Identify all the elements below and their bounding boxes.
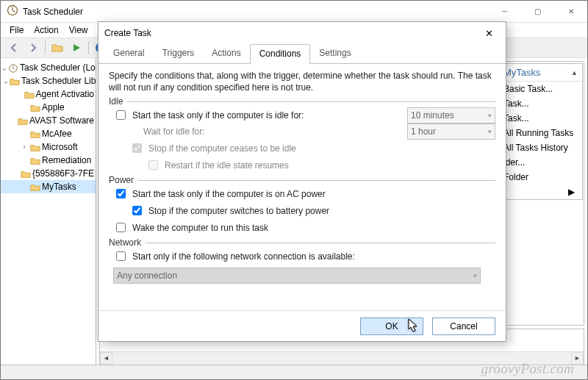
tree-item-label: McAfee [42,128,72,140]
cancel-button[interactable]: Cancel [432,318,495,335]
folder-icon [30,128,40,140]
tree-lib[interactable]: ⌄ Task Scheduler Lib [1,74,96,87]
tree-item[interactable]: Remediation [1,154,96,167]
expand-icon[interactable]: ⌄ [4,75,8,87]
idle-start-label: Start the task only if the computer is i… [132,110,304,121]
window-title: Task Scheduler [23,7,83,17]
network-connection-select[interactable]: Any connection▾ [113,268,481,284]
app-icon [7,4,18,18]
horizontal-scrollbar[interactable]: ◄ ► [100,351,584,364]
tree-item[interactable]: Agent Activatio [1,87,96,101]
close-button[interactable]: ✕ [554,1,587,22]
network-only-checkbox[interactable] [116,251,126,261]
dialog-titlebar: Create Task ✕ [98,22,506,44]
power-batt-label: Stop if the computer switches to battery… [148,206,329,216]
tree-panel: ⌄ Task Scheduler (Local) ⌄ Task Schedule… [1,58,96,365]
chevron-down-icon: ▾ [488,128,492,135]
menu-view[interactable]: View [65,24,93,37]
tree-root-label: Task Scheduler (Local) [20,62,96,74]
forward-button[interactable] [24,40,42,56]
actions-expand-arrow[interactable]: ▶ [499,184,582,199]
idle-wait-label: Wait for idle for: [143,126,205,137]
create-task-dialog: Create Task ✕ General Triggers Actions C… [98,21,506,342]
clock-icon [8,62,18,74]
scroll-left-button[interactable]: ◄ [100,352,112,365]
idle-duration-select[interactable]: 10 minutes▾ [407,107,495,123]
tree-item[interactable]: Apple [1,101,96,114]
idle-start-checkbox[interactable] [116,110,126,120]
ok-button[interactable]: OK [360,318,423,335]
tab-conditions[interactable]: Conditions [250,44,311,64]
tree-item-label: Apple [42,101,65,113]
run-button[interactable] [68,40,85,56]
tree-item[interactable]: {595886F3-7FE [1,167,96,180]
actions-item[interactable]: Task... [499,111,582,126]
folder-icon [30,141,40,153]
expand-icon[interactable]: ⌄ [2,62,7,74]
power-ac-label: Start the task only if the computer is o… [132,189,326,199]
tree-item-label: AVAST Software [29,115,94,126]
idle-stop-label: Stop if the computer ceases to be idle [148,143,296,154]
folder-icon [18,115,28,126]
actions-item[interactable]: Basic Task... [499,82,582,96]
scroll-right-button[interactable]: ► [571,352,584,365]
tree-lib-label: Task Scheduler Lib [21,75,96,87]
actions-item[interactable]: Task... [499,96,582,111]
group-network-label: Network [109,237,141,248]
tree-item[interactable]: ›Microsoft [1,140,96,154]
actions-item[interactable]: lder... [499,155,582,170]
idle-restart-label: Restart if the idle state resumes [165,160,289,171]
folder-icon [10,75,20,87]
folder-icon [30,154,40,166]
power-batt-checkbox[interactable] [132,206,142,215]
idle-restart-checkbox [148,160,158,170]
dialog-title: Create Task [104,28,151,38]
actions-header: MyTasks▲ [499,64,582,82]
tab-triggers[interactable]: Triggers [154,44,204,63]
idle-wait-select[interactable]: 1 hour▾ [407,123,495,140]
actions-item[interactable]: Folder [499,170,582,184]
minimize-button[interactable]: ─ [488,1,521,22]
tab-actions[interactable]: Actions [203,44,249,63]
dialog-close-button[interactable]: ✕ [478,23,500,43]
power-wake-checkbox[interactable] [116,223,126,232]
statusbar [1,365,587,379]
tree-item-label: MyTasks [42,181,76,193]
tree-root[interactable]: ⌄ Task Scheduler (Local) [1,61,96,74]
folder-button[interactable] [49,40,66,56]
group-idle-label: Idle [109,96,123,107]
folder-icon [24,88,35,100]
actions-item[interactable]: All Tasks History [499,140,582,155]
tree-item-label: Agent Activatio [36,88,94,100]
tab-settings[interactable]: Settings [310,44,359,63]
chevron-down-icon: ▾ [473,272,477,279]
menu-action[interactable]: Action [29,24,62,37]
dialog-tabs: General Triggers Actions Conditions Sett… [98,44,506,64]
collapse-icon[interactable]: ▲ [571,69,578,76]
maximize-button[interactable]: ▢ [521,1,554,22]
tree-item-label: Microsoft [42,141,78,153]
actions-item[interactable]: All Running Tasks [499,126,582,140]
tree-item[interactable]: AVAST Software [1,114,96,127]
network-only-label: Start only if the following network conn… [132,251,355,262]
power-wake-label: Wake the computer to run this task [132,223,268,233]
expand-icon[interactable]: › [20,141,29,153]
tree-item[interactable]: MyTasks [1,180,96,193]
folder-icon [30,181,40,193]
idle-stop-checkbox [132,143,142,153]
tree-item-label: {595886F3-7FE [32,168,94,179]
back-button[interactable] [5,40,23,56]
chevron-down-icon: ▾ [488,112,492,119]
folder-icon [30,101,40,113]
conditions-description: Specify the conditions that, along with … [109,70,495,93]
power-ac-checkbox[interactable] [116,189,126,198]
folder-icon [21,168,31,179]
tree-item[interactable]: McAfee [1,127,96,140]
main-titlebar: Task Scheduler ─ ▢ ✕ [1,1,587,23]
menu-file[interactable]: File [5,24,28,37]
tab-general[interactable]: General [104,44,154,63]
actions-pane: MyTasks▲ Basic Task...Task...Task...All … [498,63,583,200]
tree-item-label: Remediation [42,154,91,166]
group-power-label: Power [109,175,134,185]
